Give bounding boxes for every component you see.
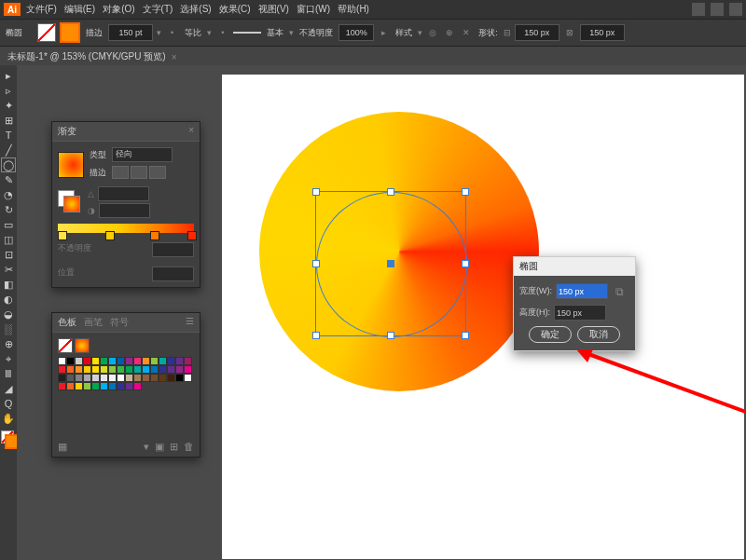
swatch-cell[interactable]: [175, 365, 184, 374]
menu-view[interactable]: 视图(V): [258, 3, 289, 16]
line-tool[interactable]: ╱: [2, 143, 15, 157]
swatch-cell[interactable]: [117, 365, 125, 374]
gradient-slider[interactable]: [58, 224, 194, 233]
gradient-aspect-input[interactable]: [99, 203, 150, 218]
swatch-cell[interactable]: [91, 365, 100, 374]
scale-tool[interactable]: ▭: [2, 218, 15, 231]
dialog-height-input[interactable]: [554, 305, 606, 321]
handle-se[interactable]: [462, 332, 469, 339]
gradient-stop-2[interactable]: [105, 231, 115, 240]
gradient-stop-4[interactable]: [187, 231, 197, 240]
swatch-cell[interactable]: [159, 365, 167, 374]
handle-s[interactable]: [387, 332, 394, 339]
swatch-cell[interactable]: [125, 382, 133, 390]
swatch-cell[interactable]: [175, 357, 184, 365]
swatch-cell[interactable]: [83, 374, 91, 382]
swatch-cell[interactable]: [167, 374, 175, 382]
swatch-cell[interactable]: [100, 382, 108, 390]
ok-button[interactable]: 确定: [529, 326, 572, 343]
brushes-tab[interactable]: 画笔: [84, 316, 103, 329]
swatch-cell[interactable]: [125, 374, 133, 382]
swatch-cell[interactable]: [175, 374, 184, 382]
arrange-icon[interactable]: [711, 3, 724, 16]
uniform-label[interactable]: 等比: [185, 27, 201, 39]
stroke-weight-input[interactable]: [108, 24, 153, 41]
free-transform-tool[interactable]: ⊡: [2, 248, 15, 261]
none-swatch[interactable]: [58, 338, 73, 353]
lasso-tool[interactable]: ⊞: [2, 114, 15, 127]
magic-wand-tool[interactable]: ✦: [2, 99, 15, 112]
perspective-tool[interactable]: ◐: [2, 293, 15, 306]
swatch-cell[interactable]: [184, 365, 192, 374]
swatch-cell[interactable]: [91, 382, 100, 390]
swatch-cell[interactable]: [150, 357, 159, 365]
swatch-cell[interactable]: [91, 374, 100, 382]
swatch-cell[interactable]: [117, 374, 125, 382]
gradient-panel-tab[interactable]: 渐变: [58, 125, 76, 138]
swatch-cell[interactable]: [75, 357, 83, 365]
swatch-cell[interactable]: [133, 365, 142, 374]
swatches-panel[interactable]: 色板 画笔 符号 ☰ ▦ ▾ ▣ ⊞ 🗑: [51, 312, 200, 458]
menu-file[interactable]: 文件(F): [26, 3, 57, 16]
gradient-location-input[interactable]: [152, 266, 194, 281]
opacity-input[interactable]: [338, 24, 374, 41]
handle-n[interactable]: [387, 188, 394, 196]
shape-builder-tool[interactable]: ◧: [2, 278, 15, 291]
pencil-tool[interactable]: ✎: [2, 173, 15, 186]
swatch-cell[interactable]: [75, 365, 83, 374]
reflect-tool[interactable]: ↻: [2, 203, 15, 216]
selection-bounding-box[interactable]: [315, 191, 466, 336]
swatch-cell[interactable]: [66, 374, 75, 382]
swatch-cell[interactable]: [133, 374, 142, 382]
swatch-cell[interactable]: [66, 357, 75, 365]
menu-help[interactable]: 帮助(H): [338, 3, 369, 16]
swatch-cell[interactable]: [58, 374, 66, 382]
swatch-cell[interactable]: [108, 357, 117, 365]
swatch-cell[interactable]: [133, 382, 142, 390]
swatch-cell[interactable]: [133, 357, 142, 365]
stroke-mode-3[interactable]: [149, 166, 166, 179]
menu-effect[interactable]: 效果(C): [219, 3, 251, 16]
ellipse-tool[interactable]: ◯: [2, 158, 15, 171]
swatch-cell[interactable]: [100, 374, 108, 382]
graphic-style-label[interactable]: 样式: [395, 27, 412, 39]
hand-tool[interactable]: ✋: [2, 412, 15, 425]
dialog-width-input[interactable]: [556, 283, 608, 299]
shape-width-input[interactable]: [515, 24, 560, 41]
handle-ne[interactable]: [462, 188, 469, 196]
eyedropper-tool[interactable]: ⊕: [2, 337, 15, 350]
rotate-tool[interactable]: ◔: [2, 188, 15, 201]
swatch-cell[interactable]: [108, 374, 117, 382]
handle-center[interactable]: [387, 260, 394, 267]
handle-sw[interactable]: [312, 332, 320, 339]
new-group-icon[interactable]: ⊞: [170, 441, 178, 453]
mesh-tool[interactable]: ◒: [2, 307, 15, 321]
symbols-tab[interactable]: 符号: [110, 316, 129, 329]
swatch-cell[interactable]: [142, 365, 150, 374]
zoom-tool[interactable]: Q: [2, 397, 15, 410]
swatch-cell[interactable]: [83, 365, 91, 374]
swatch-cell[interactable]: [150, 374, 159, 382]
swatch-cell[interactable]: [184, 374, 192, 382]
swatch-cell[interactable]: [142, 357, 150, 365]
selection-tool[interactable]: ▸: [2, 69, 15, 82]
handle-nw[interactable]: [312, 188, 320, 196]
swatch-library-icon[interactable]: ▦: [58, 441, 67, 453]
swatch-cell[interactable]: [100, 365, 108, 374]
fill-stroke-swatch[interactable]: [1, 430, 16, 447]
swatch-cell[interactable]: [159, 374, 167, 382]
swatch-cell[interactable]: [167, 357, 175, 365]
swatch-cell[interactable]: [150, 365, 159, 374]
search-icon[interactable]: [729, 3, 742, 16]
gradient-tool[interactable]: ░: [2, 322, 15, 335]
gradient-type-select[interactable]: 径向: [112, 147, 173, 162]
layout-icon[interactable]: [692, 3, 705, 16]
gradient-fill-stroke-swatch[interactable]: [58, 190, 82, 214]
swatch-cell[interactable]: [117, 382, 125, 390]
swatch-cell[interactable]: [75, 382, 83, 390]
type-tool[interactable]: T: [2, 129, 15, 142]
artboard[interactable]: [222, 75, 744, 559]
swatch-cell[interactable]: [159, 357, 167, 365]
swatch-cell[interactable]: [184, 357, 192, 365]
shape-height-input[interactable]: [580, 24, 625, 41]
